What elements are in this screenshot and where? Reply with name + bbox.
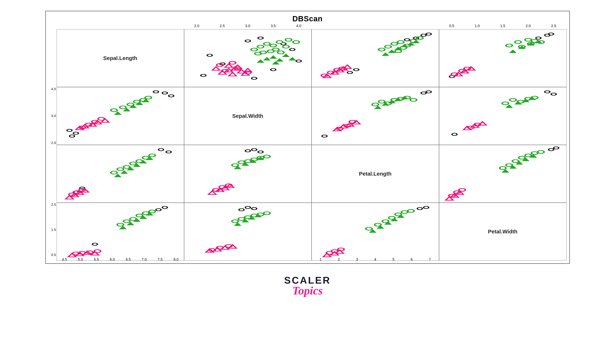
svg-point-207 (499, 167, 506, 169)
svg-point-13 (276, 41, 283, 43)
bottom-tick: 7 (429, 257, 431, 261)
top-tick: 1.0 (475, 24, 480, 28)
svg-point-206 (554, 147, 559, 149)
top-tick: 2.5 (220, 24, 225, 28)
cell-sepal-width-label: Sepal.Width (184, 87, 312, 145)
left-tick: 1.5 (51, 228, 56, 232)
cell-petal-width-label: Petal.Width (439, 203, 567, 260)
svg-point-148 (510, 98, 516, 101)
cell-r3c1 (184, 203, 312, 260)
top-tick: 1.5 (500, 24, 505, 28)
logo-area: SCALER Topics (284, 274, 331, 297)
sepal-length-label: Sepal.Length (103, 55, 137, 61)
sepal-width-label: Sepal.Width (232, 113, 263, 119)
svg-marker-237 (139, 216, 147, 219)
left-tick: 2.5 (51, 203, 56, 207)
svg-point-100 (73, 132, 78, 134)
svg-marker-135 (394, 98, 402, 101)
svg-marker-176 (139, 160, 147, 164)
svg-point-99 (67, 129, 72, 131)
svg-point-59 (395, 50, 401, 53)
svg-point-144 (545, 91, 550, 93)
svg-point-51 (379, 48, 385, 51)
svg-marker-39 (212, 67, 220, 70)
left-tick: 4.0 (51, 87, 56, 91)
svg-point-210 (519, 156, 525, 159)
svg-marker-175 (133, 164, 140, 167)
svg-marker-155 (528, 96, 536, 100)
svg-point-124 (426, 91, 431, 93)
svg-point-50 (354, 68, 359, 71)
cell-r3c0 (57, 203, 184, 260)
svg-point-211 (525, 154, 531, 157)
bottom-tick: 6.0 (110, 257, 115, 261)
svg-point-247 (245, 206, 250, 209)
main-container: DBScan 2.0 2.5 3.0 3.5 4.0 0.5 1.0 1.5 2… (0, 0, 615, 364)
svg-marker-156 (463, 126, 471, 130)
svg-point-102 (111, 109, 117, 112)
svg-point-250 (232, 220, 238, 223)
svg-point-97 (168, 95, 174, 97)
svg-point-96 (162, 92, 167, 94)
svg-marker-117 (101, 119, 109, 122)
svg-point-269 (366, 227, 372, 230)
cell-r1c2 (312, 87, 439, 145)
svg-marker-35 (229, 73, 236, 76)
left-tick: 2.0 (51, 141, 56, 145)
svg-point-161 (158, 148, 164, 151)
svg-point-227 (92, 243, 97, 246)
top-tick: 2.0 (526, 24, 531, 28)
cell-r3c2 (312, 203, 439, 260)
svg-marker-86 (509, 50, 517, 53)
svg-marker-201 (226, 184, 234, 187)
svg-point-213 (538, 150, 544, 153)
petal-length-label: Petal.Length (359, 171, 392, 177)
chart-title: DBScan (46, 11, 569, 23)
svg-point-101 (69, 135, 74, 137)
svg-point-208 (506, 164, 512, 167)
svg-point-147 (502, 102, 508, 105)
svg-point-57 (416, 37, 423, 39)
svg-marker-216 (515, 161, 523, 165)
svg-point-44 (229, 61, 236, 64)
svg-point-226 (156, 209, 161, 211)
svg-point-47 (405, 39, 410, 41)
top-tick: 4.0 (296, 24, 301, 28)
svg-point-209 (512, 160, 519, 163)
svg-point-166 (117, 168, 123, 171)
svg-point-167 (123, 166, 130, 168)
bottom-tick: 5 (392, 257, 394, 261)
svg-point-225 (162, 206, 167, 209)
svg-point-126 (379, 100, 385, 103)
svg-point-122 (421, 92, 426, 94)
svg-marker-217 (522, 158, 529, 161)
svg-point-275 (408, 209, 414, 212)
svg-marker-215 (509, 165, 517, 169)
svg-point-185 (245, 150, 250, 152)
svg-point-267 (417, 207, 422, 210)
svg-point-251 (238, 218, 245, 221)
svg-point-21 (293, 41, 299, 43)
svg-point-8 (207, 54, 212, 57)
svg-point-3 (290, 48, 295, 51)
svg-point-77 (548, 33, 554, 35)
bottom-tick: 2 (338, 257, 340, 261)
svg-point-5 (201, 74, 206, 77)
cell-r1c3 (439, 87, 567, 145)
cell-sepal-length-label: Sepal.Length (57, 29, 184, 87)
svg-point-19 (251, 48, 257, 51)
svg-point-186 (252, 148, 257, 151)
svg-point-205 (548, 148, 554, 151)
svg-point-6 (258, 37, 263, 39)
svg-point-0 (245, 40, 250, 42)
svg-point-22 (278, 51, 284, 54)
top-tick: 0.5 (449, 24, 454, 28)
svg-point-248 (239, 209, 244, 211)
svg-point-121 (98, 117, 104, 120)
scatter-grid: Sepal.Length (57, 29, 567, 260)
svg-point-79 (506, 44, 512, 47)
bottom-tick: 5.0 (78, 257, 83, 261)
svg-point-268 (424, 206, 429, 209)
top-tick: 2.0 (194, 24, 199, 28)
left-tick: 3.0 (51, 114, 56, 118)
